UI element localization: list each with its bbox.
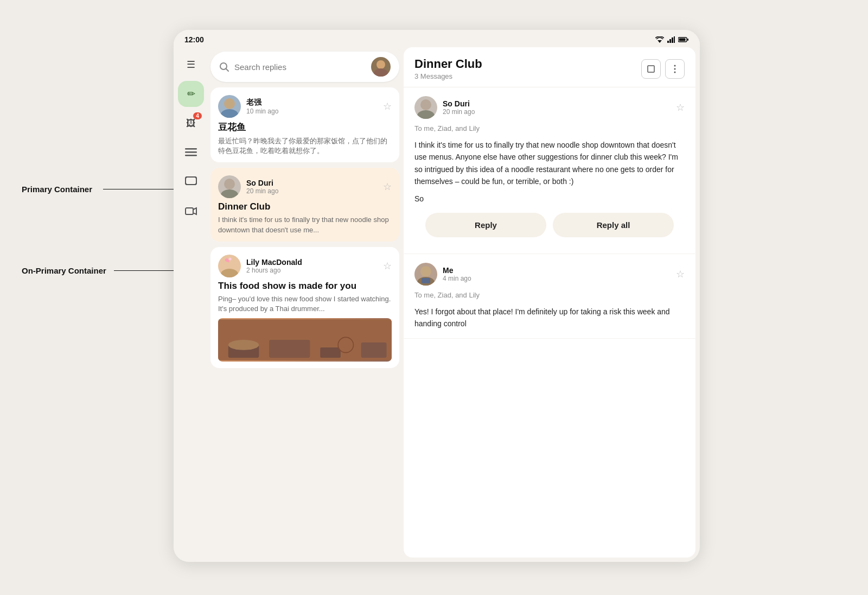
email-subject-laobao: 豆花鱼 (218, 121, 392, 134)
svg-point-15 (220, 63, 227, 69)
star-btn-laobao[interactable]: ☆ (383, 100, 392, 112)
svg-point-37 (674, 65, 676, 66)
message-thread: So Duri 20 min ago ☆ To me, Ziad, and Li… (404, 87, 695, 558)
svg-point-41 (417, 110, 435, 119)
nav-item-compose[interactable]: ✏ (178, 81, 204, 107)
svg-rect-6 (679, 39, 686, 41)
email-subject-soduri: Dinner Club (218, 201, 392, 212)
detail-header: Dinner Club 3 Messages (404, 47, 695, 87)
svg-rect-11 (186, 177, 196, 185)
label-on-primary-container: On-Primary Container (22, 266, 106, 275)
svg-rect-12 (186, 177, 196, 185)
email-preview-lily: Ping– you'd love this new food show I st… (218, 294, 392, 314)
email-sender-info-soduri: So Duri 20 min ago (246, 179, 378, 195)
svg-point-21 (224, 179, 235, 189)
email-preview-soduri: I think it's time for us to finally try … (218, 215, 392, 235)
svg-rect-10 (185, 155, 197, 156)
status-time: 12:00 (184, 35, 204, 44)
email-card-laobao[interactable]: 老强 10 min ago ☆ 豆花鱼 最近忙吗？昨晚我去了你最爱的那家饭馆，点… (210, 87, 399, 162)
sender-name-lily: Lily MacDonald (246, 258, 378, 267)
avatar-lily-image (218, 255, 241, 277)
email-sender-info-lily: Lily MacDonald 2 hours ago (246, 258, 378, 274)
svg-point-18 (374, 68, 388, 77)
svg-rect-3 (672, 37, 673, 43)
message-star-soduri[interactable]: ☆ (676, 102, 685, 113)
email-image-lily (218, 318, 392, 362)
svg-line-16 (226, 69, 228, 71)
svg-point-20 (221, 109, 238, 118)
nav-item-video[interactable] (178, 198, 204, 224)
svg-rect-4 (674, 36, 675, 43)
msg-avatar-me-img (414, 263, 437, 286)
svg-point-39 (674, 71, 676, 73)
search-bar[interactable] (210, 52, 399, 82)
svg-point-22 (221, 189, 238, 198)
message-sender-name-me: Me (443, 266, 671, 275)
detail-action-window[interactable] (641, 59, 661, 79)
email-time-laobao: 10 min ago (246, 107, 378, 115)
detail-title: Dinner Club (414, 57, 482, 71)
nav-item-inbox[interactable]: 🖼 4 (178, 110, 204, 136)
email-card-header-laobao: 老强 10 min ago ☆ (218, 95, 392, 118)
left-panel: ☰ ✏ 🖼 4 (174, 47, 404, 562)
battery-icon (678, 36, 689, 43)
email-time-lily: 2 hours ago (246, 267, 378, 274)
message-item-soduri: So Duri 20 min ago ☆ To me, Ziad, and Li… (404, 87, 695, 254)
avatar-laobao-image (218, 95, 241, 118)
email-list-panel: 老强 10 min ago ☆ 豆花鱼 最近忙吗？昨晚我去了你最爱的那家饭馆，点… (208, 47, 404, 562)
star-btn-lily[interactable]: ☆ (383, 260, 392, 272)
status-icons (655, 36, 689, 43)
avatar-soduri (218, 175, 241, 198)
message-body-me: Yes! I forgot about that place! I'm defi… (414, 306, 685, 330)
inbox-badge: 4 (193, 112, 202, 119)
email-preview-laobao: 最近忙吗？昨晚我去了你最爱的那家饭馆，点了他们的特色豆花鱼，吃着吃着就想你了。 (218, 136, 392, 156)
svg-marker-0 (658, 40, 662, 43)
detail-action-more[interactable] (665, 59, 685, 79)
user-avatar (371, 57, 391, 77)
nav-item-chat[interactable] (178, 169, 204, 195)
message-star-me[interactable]: ☆ (676, 268, 685, 280)
email-image-food (218, 318, 392, 362)
sender-name-laobao: 老强 (246, 98, 378, 107)
status-bar: 12:00 (174, 30, 700, 47)
message-header-soduri: So Duri 20 min ago ☆ (414, 96, 685, 119)
star-btn-soduri[interactable]: ☆ (383, 181, 392, 193)
user-avatar-image (371, 57, 391, 77)
svg-rect-9 (185, 151, 197, 153)
nav-item-list[interactable] (178, 140, 204, 166)
reply-all-button[interactable]: Reply all (553, 213, 674, 237)
email-detail-panel: Dinner Club 3 Messages (404, 47, 695, 558)
reply-button[interactable]: Reply (425, 213, 546, 237)
message-to-soduri: To me, Ziad, and Lily (414, 124, 685, 132)
svg-rect-44 (422, 278, 430, 283)
message-to-me: To me, Ziad, and Lily (414, 291, 685, 299)
svg-rect-2 (669, 39, 671, 43)
email-card-header-lily: Lily MacDonald 2 hours ago ☆ (218, 255, 392, 277)
window-icon (647, 65, 655, 73)
search-input[interactable] (234, 62, 366, 72)
email-subject-lily: This food show is made for you (218, 281, 392, 292)
email-card-soduri[interactable]: So Duri 20 min ago ☆ Dinner Club I think… (210, 168, 399, 241)
chat-icon (185, 176, 197, 187)
svg-point-24 (221, 269, 238, 277)
email-sender-info-laobao: 老强 10 min ago (246, 98, 378, 115)
email-card-lily[interactable]: Lily MacDonald 2 hours ago ☆ This food s… (210, 247, 399, 368)
svg-rect-36 (648, 66, 654, 72)
message-avatar-me (414, 263, 437, 286)
message-signature-soduri: So (414, 194, 685, 203)
detail-subtitle: 3 Messages (414, 72, 482, 80)
svg-point-19 (224, 98, 235, 109)
wifi-icon (655, 36, 664, 43)
svg-rect-8 (185, 148, 197, 150)
svg-rect-35 (218, 319, 392, 360)
svg-point-40 (420, 99, 431, 110)
svg-point-26 (229, 257, 232, 260)
svg-rect-7 (687, 39, 688, 41)
svg-rect-1 (667, 41, 669, 43)
message-body-soduri: I think it's time for us to finally try … (414, 139, 685, 188)
nav-item-menu[interactable]: ☰ (178, 52, 204, 78)
svg-point-42 (420, 266, 431, 277)
avatar-laobao (218, 95, 241, 118)
main-content: ☰ ✏ 🖼 4 (174, 47, 700, 562)
detail-title-group: Dinner Club 3 Messages (414, 57, 482, 80)
